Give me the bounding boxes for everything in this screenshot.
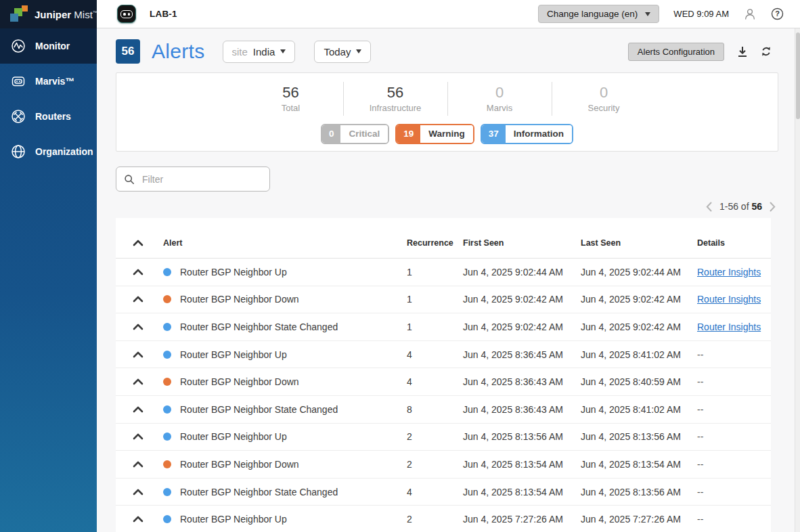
site-filter-dropdown[interactable]: site India: [223, 41, 296, 63]
alert-name: Router BGP Neighbor Up: [180, 431, 287, 442]
help-icon[interactable]: ?: [771, 7, 784, 20]
table-row: Router BGP Neighbor State Changed 1 Jun …: [116, 313, 771, 341]
recurrence-value: 2: [407, 514, 463, 525]
stat-security-label: Security: [552, 103, 656, 113]
collapse-caret-icon[interactable]: [133, 324, 143, 330]
severity-dot-info-icon: [163, 433, 171, 441]
stat-marvis-label: Marvis: [448, 103, 552, 113]
collapse-caret-icon[interactable]: [133, 351, 143, 358]
last-seen-value: Jun 4, 2025 8:13:56 AM: [581, 487, 697, 497]
collapse-caret-icon[interactable]: [133, 269, 143, 275]
sidebar-item-routers[interactable]: Routers: [0, 99, 97, 134]
refresh-icon[interactable]: [761, 46, 772, 57]
collapse-caret-icon[interactable]: [133, 378, 143, 385]
stat-infrastructure-value: 56: [344, 83, 447, 102]
stat-infrastructure-label: Infrastructure: [344, 103, 447, 113]
details-empty: --: [697, 459, 703, 470]
site-filter-value: India: [253, 46, 275, 58]
alert-name: Router BGP Neighbor State Changed: [180, 404, 338, 415]
page-prev-icon[interactable]: [706, 202, 712, 212]
first-seen-value: Jun 4, 2025 8:36:43 AM: [463, 376, 581, 387]
recurrence-value: 4: [407, 349, 463, 360]
sidebar-nav: Monitor Marvis™ Routers: [0, 28, 97, 169]
page-next-icon[interactable]: [770, 202, 776, 212]
last-seen-value: Jun 4, 2025 8:13:56 AM: [581, 431, 697, 442]
alerts-table-header: Alert Recurrence First Seen Last Seen De…: [116, 218, 771, 259]
sort-caret-icon[interactable]: [133, 240, 143, 246]
severity-dot-info-icon: [163, 405, 171, 414]
severity-filter-critical[interactable]: 0 Critical: [321, 124, 389, 144]
sidebar-item-marvis[interactable]: Marvis™: [0, 64, 97, 99]
collapse-caret-icon[interactable]: [133, 489, 143, 495]
collapse-caret-icon[interactable]: [133, 461, 143, 468]
collapse-caret-icon[interactable]: [133, 406, 143, 413]
datetime-label: WED 9:09 AM: [673, 9, 729, 19]
time-range-dropdown[interactable]: Today: [314, 41, 371, 63]
collapse-caret-icon[interactable]: [133, 433, 143, 440]
last-seen-value: Jun 4, 2025 9:02:42 AM: [581, 322, 697, 332]
severity-dot-warning-icon: [163, 460, 171, 468]
first-seen-value: Jun 4, 2025 8:13:56 AM: [463, 431, 581, 442]
router-insights-link[interactable]: Router Insights: [697, 294, 761, 305]
col-header-recurrence[interactable]: Recurrence: [407, 238, 463, 248]
stat-total-value: 56: [239, 83, 343, 102]
recurrence-value: 4: [407, 487, 463, 497]
col-header-last-seen[interactable]: Last Seen: [581, 238, 697, 248]
sidebar-item-monitor[interactable]: Monitor: [0, 28, 97, 64]
first-seen-value: Jun 4, 2025 8:36:45 AM: [463, 349, 581, 360]
critical-count: 0: [322, 125, 341, 143]
details-empty: --: [697, 431, 703, 442]
router-insights-link[interactable]: Router Insights: [697, 322, 761, 332]
first-seen-value: Jun 4, 2025 9:02:44 AM: [463, 267, 581, 278]
filter-row: [116, 167, 270, 192]
svg-text:?: ?: [775, 9, 780, 18]
collapse-caret-icon[interactable]: [133, 296, 143, 303]
download-icon[interactable]: [737, 46, 748, 58]
alerts-table: Alert Recurrence First Seen Last Seen De…: [116, 218, 771, 532]
sidebar-item-label: Monitor: [35, 41, 70, 51]
first-seen-value: Jun 4, 2025 7:27:26 AM: [463, 514, 581, 525]
severity-filter-warning[interactable]: 19 Warning: [395, 124, 474, 144]
sidebar-item-organization[interactable]: Organization: [0, 134, 97, 169]
alert-name: Router BGP Neighbor State Changed: [180, 322, 338, 332]
details-empty: --: [697, 514, 703, 525]
collapse-caret-icon[interactable]: [133, 516, 143, 523]
pagination-range: 1-56 of 56: [719, 201, 762, 212]
marvis-bot-icon[interactable]: [117, 5, 136, 23]
alerts-configuration-button[interactable]: Alerts Configuration: [628, 43, 724, 61]
top-bar: LAB-1 Change language (en) WED 9:09 AM ?: [97, 0, 800, 28]
recurrence-value: 2: [407, 431, 463, 442]
change-language-button[interactable]: Change language (en): [538, 5, 659, 23]
sidebar: Juniper Mist™ Monitor Marvis™: [0, 0, 97, 532]
table-row: Router BGP Neighbor State Changed 4 Jun …: [116, 479, 771, 506]
first-seen-value: Jun 4, 2025 9:02:42 AM: [463, 322, 581, 332]
details-empty: --: [697, 487, 703, 497]
vertical-scrollbar[interactable]: [795, 28, 800, 532]
details-cell: --: [697, 459, 771, 470]
col-header-first-seen[interactable]: First Seen: [463, 238, 581, 248]
severity-dot-info-icon: [163, 268, 171, 276]
details-empty: --: [697, 404, 703, 415]
details-cell: --: [697, 376, 771, 387]
chevron-down-icon: [356, 49, 361, 53]
scrollbar-thumb[interactable]: [796, 32, 800, 119]
alert-name: Router BGP Neighbor Down: [180, 294, 299, 305]
juniper-logo-icon: [9, 5, 29, 24]
details-empty: --: [697, 349, 703, 360]
alerts-count-badge: 56: [116, 39, 140, 64]
monitor-icon: [10, 38, 26, 54]
alerts-page: 56 Alerts site India Today Alerts Config…: [97, 28, 800, 532]
filter-input[interactable]: [141, 173, 262, 185]
router-insights-link[interactable]: Router Insights: [697, 267, 761, 278]
stat-marvis: 0 Marvis: [447, 82, 552, 116]
alert-name: Router BGP Neighbor Down: [180, 376, 299, 387]
table-row: Router BGP Neighbor Up 4 Jun 4, 2025 8:3…: [116, 341, 771, 369]
table-row: Router BGP Neighbor Down 4 Jun 4, 2025 8…: [116, 368, 771, 396]
chevron-down-icon: [280, 49, 286, 53]
user-icon[interactable]: [743, 7, 757, 20]
severity-filter-information[interactable]: 37 Information: [481, 124, 573, 144]
col-header-alert[interactable]: Alert: [163, 238, 407, 248]
chevron-down-icon: [645, 12, 650, 16]
table-row: Router BGP Neighbor Down 1 Jun 4, 2025 9…: [116, 286, 771, 314]
col-header-details[interactable]: Details: [697, 238, 771, 248]
